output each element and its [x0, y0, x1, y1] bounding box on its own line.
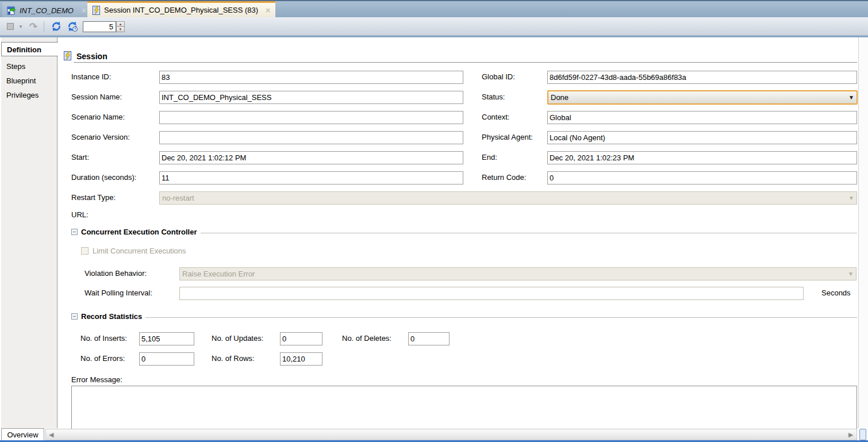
scenario-name-field[interactable]: [159, 111, 463, 124]
end-field[interactable]: [547, 151, 857, 164]
toolbar-separator: [44, 21, 44, 32]
limit-concurrent-label: Limit Concurrent Executions: [93, 245, 186, 257]
physical-agent-label: Physical Agent:: [482, 131, 533, 144]
duration-field[interactable]: [159, 171, 463, 185]
auto-refresh-clock-icon: [67, 21, 78, 32]
wait-polling-unit: Seconds: [821, 287, 851, 299]
violation-behavior-value: Raise Execution Error: [182, 270, 255, 278]
refresh-icon: [51, 21, 62, 32]
chevron-down-icon: ▼: [848, 94, 854, 101]
start-label: Start:: [71, 151, 89, 164]
session-name-field[interactable]: [159, 91, 463, 104]
refresh-interval-stepper: ▲ ▼: [116, 21, 125, 32]
chevron-down-icon: ▾: [20, 24, 22, 29]
url-label: URL:: [71, 209, 89, 221]
inserts-label: No. of Inserts:: [80, 332, 127, 345]
sidebar-item-label: Privileges: [6, 91, 39, 99]
sidebar-item-blueprint[interactable]: Blueprint: [1, 74, 58, 88]
return-code-field[interactable]: [547, 171, 857, 185]
restart-button: ↷: [26, 20, 40, 33]
close-icon[interactable]: ×: [80, 6, 86, 14]
tab-label: Session INT_CO_DEMO_Physical_SESS (83): [104, 6, 258, 14]
start-field[interactable]: [159, 151, 463, 164]
scenario-name-label: Scenario Name:: [71, 111, 125, 124]
scenario-version-label: Scenario Version:: [71, 131, 130, 144]
tab-label: Overview: [7, 431, 38, 439]
global-id-label: Global ID:: [482, 71, 515, 83]
sidebar-item-definition[interactable]: Definition: [1, 42, 59, 56]
deletes-label: No. of Deletes:: [342, 332, 391, 345]
sidebar-item-label: Blueprint: [6, 76, 36, 85]
refresh-button[interactable]: [49, 20, 63, 33]
sidebar-item-privileges[interactable]: Privileges: [1, 88, 58, 102]
document-tab-bar: INT_CO_DEMO × Session INT_CO_DEMO_Physic…: [0, 0, 868, 17]
instance-id-field[interactable]: [159, 71, 463, 84]
sidebar-item-label: Steps: [6, 62, 25, 71]
status-label: Status:: [482, 91, 505, 103]
end-label: End:: [482, 151, 497, 164]
context-field[interactable]: [547, 111, 857, 124]
violation-behavior-label: Violation Behavior:: [85, 267, 147, 280]
interface-icon: [7, 6, 16, 15]
section-title: Record Statistics: [81, 312, 142, 321]
restart-icon: ↷: [29, 22, 37, 32]
stop-button: [3, 20, 17, 33]
scroll-right-icon[interactable]: ▶: [848, 431, 853, 439]
restart-type-value: no-restart: [162, 194, 194, 202]
updates-label: No. of Updates:: [212, 332, 263, 345]
inserts-field[interactable]: [139, 332, 194, 345]
tab-session-active[interactable]: Session INT_CO_DEMO_Physical_SESS (83) ×: [87, 1, 275, 17]
session-header-icon: [63, 51, 72, 60]
horizontal-scrollbar[interactable]: [45, 429, 857, 440]
odi-session-window: INT_CO_DEMO × Session INT_CO_DEMO_Physic…: [0, 0, 868, 442]
stop-options-dropdown: ▾: [17, 20, 24, 33]
restart-type-dropdown: no-restart ▼: [159, 191, 857, 205]
duration-label: Duration (seconds):: [71, 171, 136, 184]
deletes-field[interactable]: [408, 332, 450, 345]
collapse-icon[interactable]: −: [71, 313, 78, 320]
sidebar-item-steps[interactable]: Steps: [1, 59, 58, 74]
close-icon[interactable]: ×: [265, 6, 271, 14]
auto-refresh-button[interactable]: [66, 20, 79, 33]
physical-agent-field[interactable]: [547, 131, 857, 144]
collapse-icon[interactable]: −: [71, 229, 78, 235]
vertical-scrollbar-thumb[interactable]: [859, 429, 866, 440]
status-dropdown[interactable]: Done ▼: [547, 90, 858, 105]
rows-label: No. of Rows:: [212, 352, 254, 365]
page-title: Session: [76, 52, 107, 61]
context-label: Context:: [482, 111, 509, 124]
concurrent-section-header: − Concurrent Execution Controller: [71, 228, 857, 236]
section-rule: [201, 233, 857, 233]
session-definition-panel: Session Instance ID: Global ID: Session …: [58, 37, 858, 428]
refresh-interval-input[interactable]: [83, 21, 116, 32]
rows-field[interactable]: [280, 352, 322, 366]
restart-type-label: Restart Type:: [71, 191, 116, 204]
session-icon: [92, 6, 101, 15]
updates-field[interactable]: [280, 332, 322, 345]
wait-polling-field[interactable]: [179, 287, 804, 300]
title-underline: [74, 62, 857, 63]
error-message-label: Error Message:: [71, 374, 122, 386]
stepper-down-button[interactable]: ▼: [116, 27, 125, 32]
errors-field[interactable]: [139, 352, 194, 366]
errors-label: No. of Errors:: [80, 352, 125, 365]
chevron-down-icon: ▼: [848, 195, 854, 201]
editor-sidebar: Definition Steps Blueprint Privileges: [1, 37, 57, 428]
stop-icon: [7, 23, 14, 30]
global-id-field[interactable]: [547, 71, 857, 84]
chevron-down-icon: ▼: [848, 271, 854, 277]
section-rule: [145, 317, 857, 318]
scenario-version-field[interactable]: [159, 131, 463, 144]
wait-polling-label: Wait Polling Interval:: [85, 287, 152, 299]
vertical-scrollbar[interactable]: [858, 37, 868, 428]
tab-int-co-demo[interactable]: INT_CO_DEMO ×: [2, 2, 91, 18]
scroll-left-icon[interactable]: ◀: [49, 431, 53, 439]
return-code-label: Return Code:: [482, 171, 526, 184]
record-statistics-header: − Record Statistics: [71, 312, 857, 321]
violation-behavior-dropdown: Raise Execution Error ▼: [179, 267, 857, 280]
stepper-up-button[interactable]: ▲: [116, 21, 125, 27]
session-toolbar: ▾ ↷ ▲ ▼: [0, 17, 868, 36]
tab-label: INT_CO_DEMO: [20, 6, 74, 15]
tab-overview[interactable]: Overview: [1, 428, 44, 441]
error-message-field[interactable]: [71, 386, 857, 433]
